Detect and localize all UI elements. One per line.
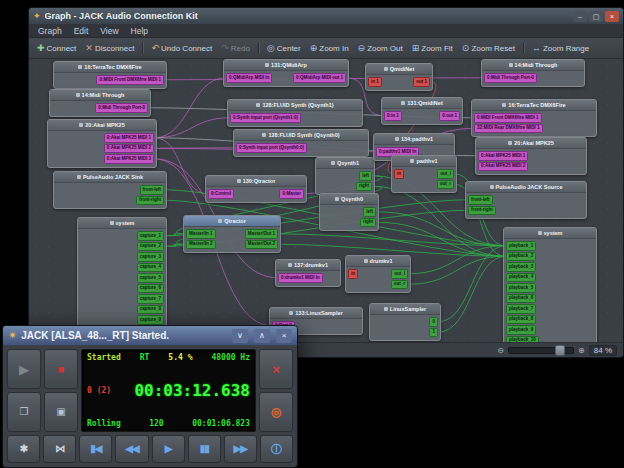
session-button[interactable]: ▣ bbox=[44, 392, 78, 432]
port-in[interactable]: 0:drumkv1 MIDI In bbox=[278, 273, 323, 283]
port-out[interactable]: out_l bbox=[437, 169, 454, 179]
port-in[interactable]: 0:MIDI Front DMX6fire MIDI 1 bbox=[474, 113, 542, 123]
graph-node-akai-r[interactable]: 20:Akai MPK250:Akai MPK25 MIDI 10:Akai M… bbox=[475, 137, 587, 175]
graph-node-akai-l[interactable]: 20:Akai MPK250:Akai MPK25 MIDI 10:Akai M… bbox=[47, 119, 157, 168]
zoom-in-icon[interactable]: ⊕ bbox=[578, 346, 585, 355]
connection-wire[interactable] bbox=[376, 222, 506, 256]
zoom-out-icon[interactable]: ⊖ bbox=[497, 346, 504, 355]
transport-forward-button[interactable]: ▶▶ bbox=[224, 435, 257, 463]
port-in[interactable]: 0:Midi Through Port-0 bbox=[484, 73, 537, 83]
port-in[interactable]: playback_5 bbox=[506, 283, 536, 293]
power-button[interactable]: ◎ bbox=[259, 392, 293, 432]
toolbar-undo-connect[interactable]: ↶Undo Connect bbox=[147, 42, 216, 55]
port-out[interactable]: 0:Midi Through Port-0 bbox=[95, 103, 148, 113]
port-in[interactable]: in bbox=[348, 269, 358, 279]
port-out[interactable]: 0:QMidiArp MIDI out 1 bbox=[293, 73, 346, 83]
port-out[interactable]: left bbox=[359, 171, 372, 181]
transport-rewind-button[interactable]: ◀◀ bbox=[115, 435, 148, 463]
toolbar-zoom-out[interactable]: ⊖Zoom Out bbox=[354, 42, 407, 55]
toolbar-connect[interactable]: ✚Connect bbox=[33, 42, 80, 55]
port-out[interactable]: 0:MIDI Front DMX6fire MIDI 1 bbox=[96, 75, 164, 85]
port-out[interactable]: 0:Akai MPK25 MIDI 1 bbox=[104, 133, 154, 143]
port-out[interactable]: out_l bbox=[391, 269, 408, 279]
connection-wire[interactable] bbox=[438, 256, 506, 332]
port-out[interactable]: 0:Akai MPK25 MIDI 3 bbox=[104, 154, 154, 164]
stop-button[interactable]: ■ bbox=[44, 349, 78, 389]
port-out[interactable]: out 1 bbox=[413, 77, 430, 87]
graph-node-drumkv1-midi[interactable]: 137:drumkv10:drumkv1 MIDI In bbox=[275, 259, 341, 287]
transport-skip-back-button[interactable]: ▮◀ bbox=[79, 435, 112, 463]
port-in[interactable]: 0:QMidiArp MIDI In bbox=[226, 73, 272, 83]
toolbar-zoom-reset[interactable]: ⊙Zoom Reset bbox=[458, 42, 519, 55]
port-out[interactable]: out_r bbox=[391, 280, 408, 290]
connection-wire[interactable] bbox=[438, 246, 506, 322]
port-out[interactable]: 0:out 1 bbox=[439, 111, 460, 121]
graph-node-qtractor-midi[interactable]: 130:Qtractor0:Control0:Master bbox=[205, 175, 307, 203]
port-in[interactable]: 0:Control bbox=[208, 189, 234, 199]
port-in[interactable]: playback_3 bbox=[506, 262, 536, 272]
zoom-slider-handle[interactable] bbox=[555, 345, 565, 356]
connection-wire[interactable] bbox=[408, 256, 506, 284]
port-out[interactable]: front-left bbox=[140, 185, 165, 195]
port-out[interactable]: right bbox=[356, 182, 372, 192]
port-out[interactable]: out_r bbox=[437, 180, 454, 190]
graph-node-system-l[interactable]: systemcapture_1capture_2capture_3capture… bbox=[77, 217, 167, 339]
port-in[interactable]: playback_6 bbox=[506, 294, 536, 304]
graph-node-qmidinet-jack[interactable]: QmidiNetin 1out 1 bbox=[365, 63, 433, 91]
port-out[interactable]: left bbox=[363, 207, 376, 217]
port-out[interactable]: 1 bbox=[429, 328, 438, 338]
menu-help[interactable]: Help bbox=[126, 26, 153, 36]
graph-titlebar[interactable]: ✦ Graph - JACK Audio Connection Kit – ▢ … bbox=[29, 8, 623, 24]
port-out[interactable]: capture_1 bbox=[137, 231, 164, 241]
graph-node-midithrough-l[interactable]: 14:Midi Through0:Midi Through Port-0 bbox=[49, 89, 151, 117]
port-in[interactable]: 0:Akai MPK25 MIDI 1 bbox=[478, 151, 528, 161]
port-out[interactable]: front-right bbox=[136, 196, 164, 206]
port-out[interactable]: capture_5 bbox=[137, 273, 164, 283]
port-in[interactable]: playback_2 bbox=[506, 252, 536, 262]
port-out[interactable]: Master/Out 1 bbox=[245, 229, 278, 239]
graph-node-midithrough-r[interactable]: 14:Midi Through0:Midi Through Port-0 bbox=[481, 59, 585, 87]
port-out[interactable]: capture_7 bbox=[137, 294, 164, 304]
port-out[interactable]: 0 bbox=[429, 317, 438, 327]
graph-node-pasink[interactable]: PulseAudio JACK Sinkfront-leftfront-righ… bbox=[53, 171, 167, 209]
zoom-slider[interactable] bbox=[508, 347, 574, 354]
close-button[interactable]: × bbox=[605, 11, 619, 22]
connections-button[interactable]: ⋈ bbox=[43, 435, 76, 463]
toolbar-zoom-range[interactable]: ↔Zoom Range bbox=[528, 42, 593, 55]
port-in[interactable]: 0:Akai MPK25 MIDI 2 bbox=[478, 162, 528, 172]
transport-pause-button[interactable]: ▮▮ bbox=[188, 435, 221, 463]
port-out[interactable]: capture_9 bbox=[137, 315, 164, 325]
graph-node-qsynth1[interactable]: Qsynth1leftright bbox=[315, 157, 375, 195]
port-in[interactable]: playback_8 bbox=[506, 315, 536, 325]
connection-wire[interactable] bbox=[278, 234, 506, 246]
graph-node-pasource[interactable]: PulseAudio JACK Sourcefront-leftfront-ri… bbox=[465, 181, 587, 219]
patchbay-button[interactable]: ✱ bbox=[7, 435, 40, 463]
graph-canvas[interactable]: 16:TerraTec DMX6Fire0:MIDI Front DMX6fir… bbox=[29, 59, 623, 342]
connection-wire[interactable] bbox=[154, 148, 236, 149]
port-in[interactable]: playback_9 bbox=[506, 325, 536, 335]
graph-node-terratec-r[interactable]: 16:TerraTec DMX6Fire0:MIDI Front DMX6fir… bbox=[471, 99, 597, 137]
menu-graph[interactable]: Graph bbox=[33, 26, 67, 36]
port-in[interactable]: playback_7 bbox=[506, 304, 536, 314]
toolbar-center[interactable]: ◎Center bbox=[263, 42, 305, 55]
port-in[interactable]: front-left bbox=[468, 195, 493, 205]
graph-node-qsynth0[interactable]: Qsynth0leftright bbox=[319, 193, 379, 231]
graph-node-qtractor[interactable]: QtractorMaster/In 1Master/In 2Master/Out… bbox=[183, 215, 281, 253]
toolbar-disconnect[interactable]: ✕Disconnect bbox=[81, 42, 138, 55]
port-in[interactable]: playback_4 bbox=[506, 273, 536, 283]
qjackctl-close-button[interactable]: × bbox=[276, 329, 292, 343]
graph-node-qmidiarp[interactable]: 131:QMidiArp0:QMidiArp MIDI In0:QMidiArp… bbox=[223, 59, 349, 87]
maximize-button[interactable]: ▢ bbox=[589, 11, 603, 22]
port-in[interactable]: in 1 bbox=[368, 77, 382, 87]
port-out[interactable]: right bbox=[360, 218, 376, 228]
port-out[interactable]: capture_3 bbox=[137, 252, 164, 262]
port-in[interactable]: Master/In 1 bbox=[186, 229, 216, 239]
port-in[interactable]: 32:MIDI Rear DMX6fire MIDI 1 bbox=[474, 124, 543, 134]
port-out[interactable]: capture_6 bbox=[137, 284, 164, 294]
toolbar-zoom-in[interactable]: ⊕Zoom In bbox=[306, 42, 353, 55]
quit-button[interactable]: × bbox=[259, 349, 293, 389]
minimize-button[interactable]: – bbox=[573, 11, 587, 22]
about-button[interactable]: ⓘ bbox=[260, 435, 293, 463]
transport-play-button[interactable]: ▶ bbox=[152, 435, 185, 463]
port-out[interactable]: capture_4 bbox=[137, 263, 164, 273]
